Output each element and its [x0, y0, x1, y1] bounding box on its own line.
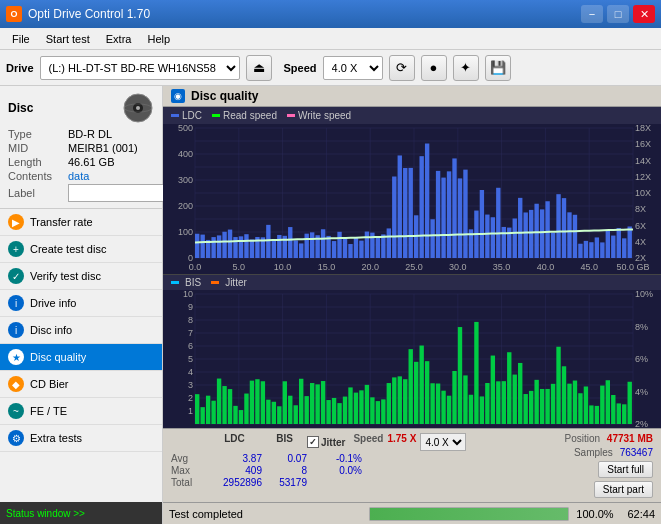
speed-stat-value: 1.75 X: [387, 433, 416, 451]
verify-test-disc-icon: ✓: [8, 268, 24, 284]
title-bar-left: O Opti Drive Control 1.70: [6, 6, 150, 22]
app-icon: O: [6, 6, 22, 22]
toolbar: Drive (L:) HL-DT-ST BD-RE WH16NS58 TST4 …: [0, 50, 661, 86]
sidebar-item-label: FE / TE: [30, 405, 67, 417]
menu-extra[interactable]: Extra: [98, 31, 140, 47]
chart-header-icon: ◉: [171, 89, 185, 103]
bis-legend: BIS: [171, 277, 201, 288]
stats-headers: LDC BIS ✓ Jitter Speed 1.75 X 4.0 X: [171, 433, 557, 451]
sidebar-item-cd-bier[interactable]: ◆ CD Bier: [0, 371, 162, 398]
sidebar-item-fe-te[interactable]: ~ FE / TE: [0, 398, 162, 425]
ldc-legend-label: LDC: [182, 110, 202, 121]
disc-mid-row: MID MEIRB1 (001): [8, 142, 154, 154]
stats-avg-row: Avg 3.87 0.07 -0.1%: [171, 453, 557, 464]
disc-panel: Disc Type BD-R DL MID MEIRB1 (001): [0, 86, 162, 209]
avg-jitter: -0.1%: [307, 453, 362, 464]
menu-bar: File Start test Extra Help: [0, 28, 661, 50]
sidebar-item-drive-info[interactable]: i Drive info: [0, 290, 162, 317]
disc-title: Disc: [8, 101, 33, 115]
drive-label: Drive: [6, 62, 34, 74]
menu-file[interactable]: File: [4, 31, 38, 47]
avg-bis: 0.07: [262, 453, 307, 464]
stats-total-row: Total 2952896 53179: [171, 477, 557, 488]
samples-row: Samples 763467: [574, 447, 653, 458]
stats-right: Position 47731 MB Samples 763467 Start f…: [565, 433, 654, 498]
max-bis: 8: [262, 465, 307, 476]
disc-info-icon: i: [8, 322, 24, 338]
fe-te-icon: ~: [8, 403, 24, 419]
sidebar-bottom: Status window >>: [0, 502, 162, 524]
speed-select[interactable]: 4.0 X: [323, 56, 383, 80]
lower-chart: [163, 290, 661, 428]
bis-header: BIS: [262, 433, 307, 451]
disc-contents-row: Contents data: [8, 170, 154, 182]
total-label: Total: [171, 477, 207, 488]
jitter-checkbox[interactable]: ✓: [307, 436, 319, 448]
sidebar-item-verify-test-disc[interactable]: ✓ Verify test disc: [0, 263, 162, 290]
status-window-label: Status window >>: [6, 508, 85, 519]
menu-help[interactable]: Help: [139, 31, 178, 47]
avg-ldc: 3.87: [207, 453, 262, 464]
app-title: Opti Drive Control 1.70: [28, 7, 150, 21]
disc-length-row: Length 46.61 GB: [8, 156, 154, 168]
samples-label: Samples: [574, 447, 613, 458]
disc-label-input[interactable]: [68, 184, 164, 202]
sidebar-item-label: Transfer rate: [30, 216, 93, 228]
status-window[interactable]: Status window >>: [0, 502, 162, 524]
start-full-button[interactable]: Start full: [598, 461, 653, 478]
drive-select[interactable]: (L:) HL-DT-ST BD-RE WH16NS58 TST4: [40, 56, 240, 80]
disc-type-row: Type BD-R DL: [8, 128, 154, 140]
bottom-time: 62:44: [615, 508, 655, 520]
sidebar-item-disc-info[interactable]: i Disc info: [0, 317, 162, 344]
stats-max-row: Max 409 8 0.0%: [171, 465, 557, 476]
refresh-button[interactable]: ⟳: [389, 55, 415, 81]
disc-icon: [122, 92, 154, 124]
samples-value: 763467: [620, 447, 653, 458]
write-legend-dot: [287, 114, 295, 117]
start-part-button[interactable]: Start part: [594, 481, 653, 498]
minimize-button[interactable]: −: [581, 5, 603, 23]
avg-label: Avg: [171, 453, 207, 464]
eject-button[interactable]: ⏏: [246, 55, 272, 81]
record-button[interactable]: ●: [421, 55, 447, 81]
sidebar-item-label: Disc info: [30, 324, 72, 336]
disc-header: Disc: [8, 92, 154, 124]
speed-stat-label: Speed: [353, 433, 383, 451]
svg-point-2: [136, 106, 140, 110]
save-button[interactable]: 💾: [485, 55, 511, 81]
bis-legend-label: BIS: [185, 277, 201, 288]
extra-tests-icon: ⚙: [8, 430, 24, 446]
position-value: 47731 MB: [607, 433, 653, 444]
lower-legend: BIS Jitter: [163, 275, 661, 290]
jitter-header-area: ✓ Jitter: [307, 433, 345, 451]
sidebar-item-transfer-rate[interactable]: ▶ Transfer rate: [0, 209, 162, 236]
lower-chart-canvas: [163, 290, 661, 428]
upper-chart: [163, 124, 661, 275]
star-button[interactable]: ✦: [453, 55, 479, 81]
close-button[interactable]: ✕: [633, 5, 655, 23]
legend-read: Read speed: [212, 110, 277, 121]
sidebar-item-disc-quality[interactable]: ★ Disc quality: [0, 344, 162, 371]
create-test-disc-icon: +: [8, 241, 24, 257]
total-bis: 53179: [262, 477, 307, 488]
stats-footer: LDC BIS ✓ Jitter Speed 1.75 X 4.0 X: [163, 428, 661, 502]
bottom-percentage: 100.0%: [575, 508, 615, 520]
sidebar-item-create-test-disc[interactable]: + Create test disc: [0, 236, 162, 263]
sidebar-item-extra-tests[interactable]: ⚙ Extra tests: [0, 425, 162, 452]
ldc-header: LDC: [207, 433, 262, 451]
upper-chart-canvas: [163, 124, 661, 274]
write-legend-label: Write speed: [298, 110, 351, 121]
maximize-button[interactable]: □: [607, 5, 629, 23]
speed-stat-select[interactable]: 4.0 X: [420, 433, 466, 451]
sidebar: Disc Type BD-R DL MID MEIRB1 (001): [0, 86, 163, 524]
bis-legend-dot: [171, 281, 179, 284]
bottom-progress-fill: [370, 508, 568, 520]
sidebar-item-label: Verify test disc: [30, 270, 101, 282]
sidebar-item-label: Extra tests: [30, 432, 82, 444]
jitter-legend-dot: [211, 281, 219, 284]
bottom-status: Test completed: [169, 508, 363, 520]
menu-start-test[interactable]: Start test: [38, 31, 98, 47]
stats-left: LDC BIS ✓ Jitter Speed 1.75 X 4.0 X: [171, 433, 557, 488]
cd-bier-icon: ◆: [8, 376, 24, 392]
jitter-legend: Jitter: [211, 277, 247, 288]
